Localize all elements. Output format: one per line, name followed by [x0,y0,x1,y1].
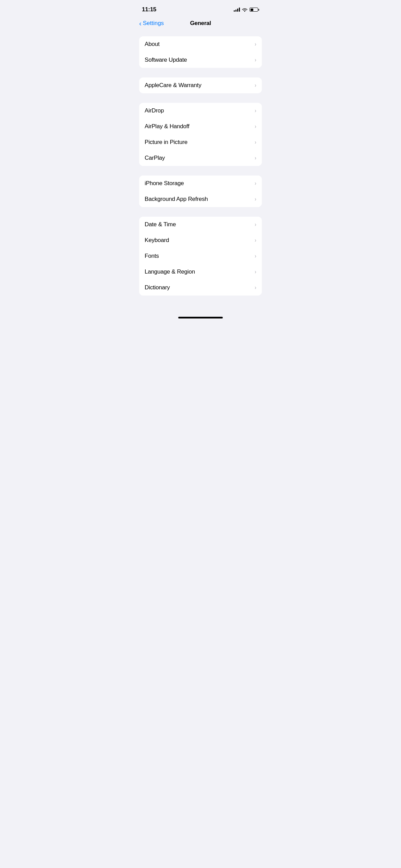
signal-icon [234,8,240,12]
fonts-item[interactable]: Fonts › [139,248,262,264]
airplay-handoff-label: AirPlay & Handoff [145,123,189,130]
background-app-refresh-label: Background App Refresh [145,196,208,203]
carplay-item[interactable]: CarPlay › [139,150,262,166]
chevron-right-icon: › [255,108,256,114]
back-label: Settings [143,20,164,27]
airdrop-item[interactable]: AirDrop › [139,103,262,119]
battery-icon [250,8,259,12]
chevron-right-icon: › [255,180,256,186]
picture-in-picture-label: Picture in Picture [145,139,187,146]
chevron-right-icon: › [255,221,256,228]
chevron-right-icon: › [255,269,256,275]
nav-header: ‹ Settings General [134,17,267,31]
keyboard-item[interactable]: Keyboard › [139,232,262,248]
status-time: 11:15 [142,6,156,13]
keyboard-label: Keyboard [145,237,169,244]
iphone-storage-item[interactable]: iPhone Storage › [139,176,262,191]
applecare-item[interactable]: AppleCare & Warranty › [139,77,262,93]
applecare-label: AppleCare & Warranty [145,82,201,89]
chevron-right-icon: › [255,196,256,202]
iphone-storage-label: iPhone Storage [145,180,184,187]
airdrop-label: AirDrop [145,107,164,114]
section-group-1: About › Software Update › [139,36,262,68]
chevron-right-icon: › [255,123,256,130]
fonts-label: Fonts [145,253,159,260]
chevron-right-icon: › [255,57,256,63]
back-button[interactable]: ‹ Settings [139,20,164,27]
page-title: General [190,20,211,27]
date-time-label: Date & Time [145,221,176,228]
status-bar: 11:15 [134,0,267,17]
software-update-label: Software Update [145,57,187,63]
background-app-refresh-item[interactable]: Background App Refresh › [139,191,262,207]
about-label: About [145,41,159,48]
about-item[interactable]: About › [139,36,262,52]
chevron-right-icon: › [255,41,256,47]
settings-content: About › Software Update › AppleCare & Wa… [134,31,267,311]
section-group-5: Date & Time › Keyboard › Fonts › Languag… [139,217,262,296]
picture-in-picture-item[interactable]: Picture in Picture › [139,134,262,150]
carplay-label: CarPlay [145,155,165,161]
chevron-right-icon: › [255,237,256,243]
section-group-2: AppleCare & Warranty › [139,77,262,93]
status-icons [234,8,259,12]
section-group-3: AirDrop › AirPlay & Handoff › Picture in… [139,103,262,166]
chevron-right-icon: › [255,82,256,88]
chevron-right-icon: › [255,155,256,161]
chevron-right-icon: › [255,285,256,291]
back-chevron-icon: ‹ [139,20,142,27]
chevron-right-icon: › [255,139,256,145]
chevron-right-icon: › [255,253,256,259]
wifi-icon [242,8,247,12]
language-region-label: Language & Region [145,268,195,275]
home-indicator [134,313,267,321]
dictionary-item[interactable]: Dictionary › [139,280,262,296]
language-region-item[interactable]: Language & Region › [139,264,262,280]
dictionary-label: Dictionary [145,284,170,291]
date-time-item[interactable]: Date & Time › [139,217,262,232]
airplay-handoff-item[interactable]: AirPlay & Handoff › [139,119,262,134]
section-group-4: iPhone Storage › Background App Refresh … [139,176,262,207]
software-update-item[interactable]: Software Update › [139,52,262,68]
home-bar [178,317,223,318]
